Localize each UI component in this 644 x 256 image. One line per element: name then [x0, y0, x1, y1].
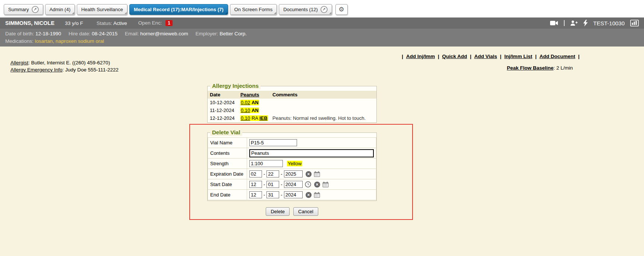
cancel-button[interactable]: Cancel	[293, 207, 318, 216]
calendar-icon[interactable]	[314, 171, 320, 177]
tab-documents-label: Documents (12)	[283, 7, 318, 12]
tab-summary[interactable]: Summary ↗	[4, 4, 43, 15]
open-enc-count-badge[interactable]: 1	[165, 20, 173, 26]
medications-label: Medications:	[5, 38, 34, 44]
tab-on-screen-forms-label: On Screen Forms	[234, 7, 273, 12]
link-separator: |	[402, 54, 403, 59]
employer: Employer: Better Corp.	[196, 31, 247, 36]
clear-glyph: ×	[307, 192, 310, 198]
tab-on-screen-forms[interactable]: On Screen Forms	[230, 4, 277, 15]
dose-link[interactable]: 0.02	[241, 100, 250, 105]
tab-summary-label: Summary	[8, 7, 29, 12]
injection-comments: Peanuts: Normal red swelling. Hot to tou…	[270, 114, 376, 122]
status-label: Status:	[97, 20, 112, 26]
column-date: Date	[208, 91, 238, 99]
ieb-link[interactable]: IEB	[259, 115, 268, 121]
tab-admin-label: Admin (4)	[50, 7, 70, 12]
link-add-vials[interactable]: Add Vials	[474, 54, 497, 59]
dob-value: 12-18-1990	[35, 31, 61, 36]
external-link-icon[interactable]: ↗	[321, 6, 328, 13]
delete-button[interactable]: Delete	[266, 207, 290, 216]
quick-actions-bolt-icon[interactable]	[583, 20, 588, 26]
tab-health-surveillance[interactable]: Health Surveillance	[77, 4, 127, 15]
link-separator: |	[438, 54, 439, 59]
start-year-input[interactable]	[284, 181, 303, 188]
link-quick-add[interactable]: Quick Add	[442, 54, 467, 59]
peak-flow-link[interactable]: Peak Flow Baseline	[507, 65, 553, 71]
medication-link[interactable]: naproxen sodium oral	[56, 38, 104, 44]
add-user-icon[interactable]	[570, 20, 578, 26]
status-value: Active	[113, 20, 127, 26]
flowsheet-chart-icon[interactable]	[630, 20, 639, 26]
injection-date: 12-12-2024	[208, 114, 238, 122]
medication-link[interactable]: losartan	[35, 38, 53, 44]
patient-status: Status: Active	[97, 20, 127, 26]
date-separator: -	[263, 182, 265, 187]
injection-comments	[270, 106, 376, 114]
form-row-start-date: Start Date - - ×	[208, 179, 376, 190]
end-date-label: End Date	[208, 190, 247, 200]
hire-label: Hire date:	[69, 31, 91, 36]
tab-documents[interactable]: Documents (12) ↗	[279, 4, 332, 15]
end-year-input[interactable]	[284, 191, 303, 198]
video-visit-icon[interactable]	[550, 20, 558, 26]
link-add-inj-imm[interactable]: Add Inj/Imm	[406, 54, 435, 59]
delete-vial-title: Delete Vial	[210, 129, 242, 136]
clear-date-icon[interactable]: ×	[314, 182, 320, 188]
start-date-label: Start Date	[208, 179, 247, 190]
expiration-month-input[interactable]	[249, 170, 262, 177]
injection-date: 11-12-2024	[208, 106, 238, 114]
strength-input[interactable]	[249, 160, 283, 167]
start-day-input[interactable]	[266, 181, 279, 188]
clear-glyph: ×	[307, 172, 310, 177]
allergist-line: Allergist: Butler, Internist E. ((260) 4…	[10, 59, 119, 66]
contents-input[interactable]	[249, 149, 374, 157]
settings-gear-button[interactable]: ⚙	[335, 4, 348, 15]
email-label: Email:	[125, 31, 139, 36]
gear-icon: ⚙	[339, 6, 344, 13]
medication-separator: ,	[53, 38, 56, 44]
tab-corner-fold	[72, 12, 74, 14]
tab-corner-fold	[225, 12, 227, 14]
employer-value: Better Corp.	[220, 31, 247, 36]
date-separator: -	[281, 182, 282, 187]
patient-age-sex: 33 y/o F	[65, 20, 83, 26]
dose-highlight: 0.10 RA IEB	[240, 115, 268, 121]
allergy-contacts: Allergist: Butler, Internist E. ((260) 4…	[10, 59, 119, 73]
calendar-icon[interactable]	[322, 182, 329, 188]
tab-corner-fold	[329, 12, 331, 14]
column-peanuts-link[interactable]: Peanuts	[240, 92, 259, 97]
end-month-input[interactable]	[249, 191, 262, 198]
link-separator: |	[578, 54, 580, 59]
tab-medical-record[interactable]: Medical Record (17):MAR/Injections (7)	[129, 4, 228, 15]
injection-row: 11-12-2024 0.10 AN	[208, 106, 376, 114]
calendar-icon[interactable]	[314, 192, 320, 198]
dose-link[interactable]: 0.10	[241, 115, 250, 121]
link-inj-imm-list[interactable]: Inj/Imm List	[504, 54, 532, 59]
vial-name-input[interactable]	[249, 139, 297, 146]
contents-label: Contents	[208, 148, 247, 159]
allergy-emergency-link[interactable]: Allergy Emergency Info	[10, 67, 63, 73]
expiration-day-input[interactable]	[266, 170, 279, 177]
external-link-icon[interactable]: ↗	[32, 6, 39, 13]
clock-icon[interactable]	[305, 181, 311, 188]
open-enc-label: Open Enc:	[138, 20, 162, 26]
open-encounters: Open Enc: 1	[138, 20, 173, 26]
allergy-emergency-info: : Judy Doe 555-111-2222	[63, 67, 119, 73]
expiration-year-input[interactable]	[284, 170, 303, 177]
link-add-document[interactable]: Add Document	[539, 54, 575, 59]
form-row-end-date: End Date - - ×	[208, 190, 376, 200]
tab-admin[interactable]: Admin (4)	[45, 4, 75, 15]
demographics-line: Date of birth: 12-18-1990 Hire date: 08-…	[5, 30, 639, 38]
clear-date-icon[interactable]: ×	[306, 192, 312, 198]
patient-name: SIMMONS, NICOLE	[5, 20, 54, 26]
hire-value: 08-24-2015	[92, 31, 117, 36]
hire-date: Hire date: 08-24-2015	[69, 31, 117, 36]
start-month-input[interactable]	[249, 181, 262, 188]
strength-label: Strength	[208, 159, 247, 169]
tab-health-surveillance-label: Health Surveillance	[81, 7, 123, 12]
allergist-link[interactable]: Allergist	[10, 60, 28, 65]
clear-date-icon[interactable]: ×	[306, 171, 312, 177]
end-day-input[interactable]	[266, 191, 279, 198]
dose-link[interactable]: 0.10	[241, 108, 250, 113]
